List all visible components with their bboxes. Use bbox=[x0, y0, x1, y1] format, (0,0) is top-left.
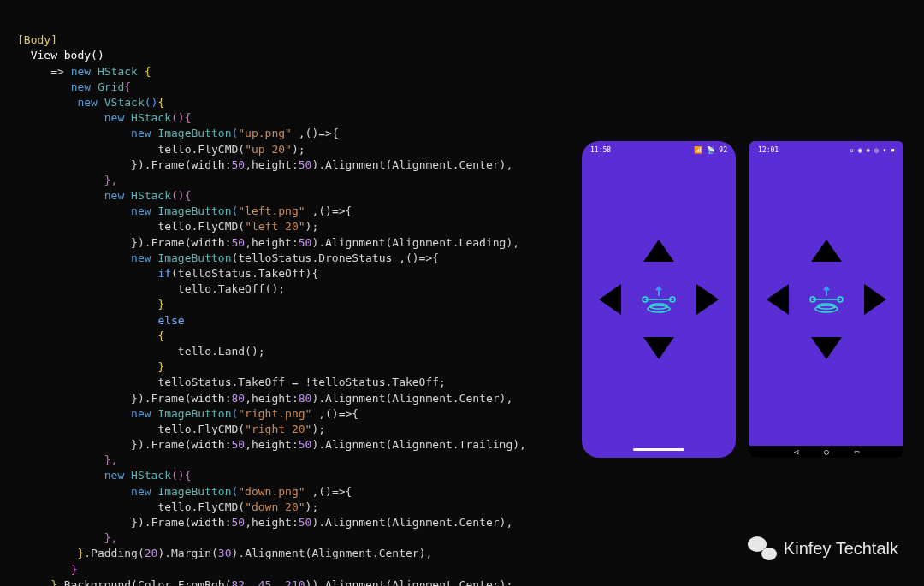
phone-preview-android: 12:01 ▫ ◉ ◈ ◎ ▾ ▪ bbox=[749, 141, 903, 458]
android-indicators: ▫ ◉ ◈ ◎ ▾ ▪ bbox=[850, 146, 895, 154]
android-time: 12:01 bbox=[758, 146, 779, 154]
android-nav-bar: ◁ ○ ▭ bbox=[749, 446, 903, 458]
attribute-body: [Body] bbox=[17, 33, 57, 46]
code-editor: [Body] View body() => new HStack { new G… bbox=[0, 0, 582, 586]
arrow-right-icon[interactable] bbox=[696, 284, 719, 315]
arrow-down-icon[interactable] bbox=[811, 337, 842, 359]
wechat-icon bbox=[748, 536, 777, 560]
arrow-up-icon[interactable] bbox=[811, 240, 842, 262]
dpad-control bbox=[767, 240, 886, 359]
android-status-bar: 12:01 ▫ ◉ ◈ ◎ ▾ ▪ bbox=[758, 146, 895, 154]
arrow-left-icon[interactable] bbox=[767, 284, 789, 315]
phone-previews: 11:58 📶 📡 92 bbox=[582, 0, 924, 586]
arrow-right-icon[interactable] bbox=[864, 284, 886, 315]
ios-indicators: 📶 📡 92 bbox=[694, 146, 727, 154]
arrow-down-icon[interactable] bbox=[643, 337, 674, 359]
android-home-icon[interactable]: ○ bbox=[824, 447, 828, 456]
phone-preview-ios: 11:58 📶 📡 92 bbox=[582, 141, 736, 458]
arrow-up-icon[interactable] bbox=[643, 240, 674, 262]
watermark: Kinfey Techtalk bbox=[748, 536, 898, 560]
ios-home-indicator bbox=[633, 448, 684, 451]
drone-takeoff-button[interactable] bbox=[808, 281, 845, 318]
dpad-control bbox=[599, 240, 719, 359]
ios-time: 11:58 bbox=[590, 146, 611, 154]
android-recent-icon[interactable]: ▭ bbox=[855, 447, 859, 456]
arrow-left-icon[interactable] bbox=[599, 284, 621, 315]
android-back-icon[interactable]: ◁ bbox=[794, 447, 798, 456]
ios-status-bar: 11:58 📶 📡 92 bbox=[590, 146, 727, 154]
drone-takeoff-button[interactable] bbox=[640, 281, 678, 318]
watermark-text: Kinfey Techtalk bbox=[784, 539, 898, 559]
